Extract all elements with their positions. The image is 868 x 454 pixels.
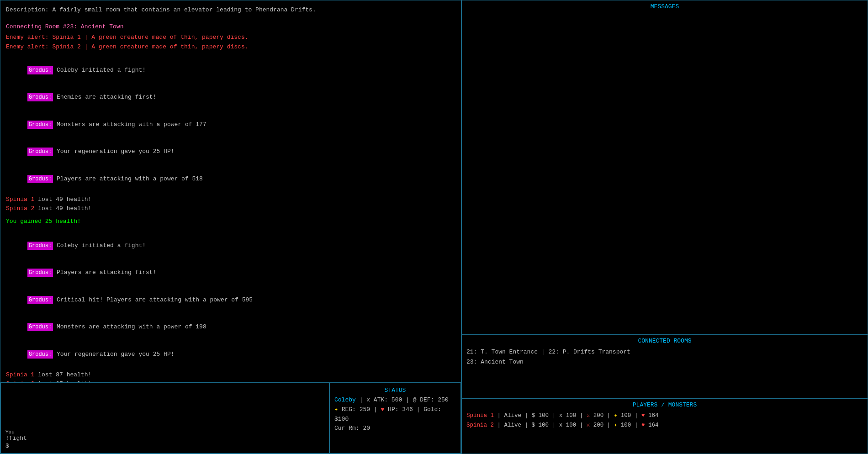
status-reg-value: 250 bbox=[360, 406, 370, 413]
combat2-line1: Grodus: Coleby initiated a fight! bbox=[6, 232, 455, 259]
monster-1-x: 100 bbox=[566, 412, 577, 419]
status-hp-value: 346 bbox=[402, 406, 413, 413]
combat2-line3: Grodus: Critical hit! Players are attack… bbox=[6, 286, 455, 313]
monster-2-sep6: | bbox=[635, 422, 641, 428]
sword-icon-2: ⚔ bbox=[587, 422, 590, 428]
star-icon: ✦ bbox=[334, 406, 338, 413]
health-lost-2a: Spinia 1 lost 87 health! bbox=[6, 370, 455, 380]
status-hp-label: HP: bbox=[388, 406, 402, 413]
combat1-line3: Grodus: Monsters are attacking with a po… bbox=[6, 111, 455, 138]
grodus-badge: Grodus: bbox=[27, 121, 53, 129]
monster-1-sep3: | x bbox=[552, 412, 566, 419]
status-gold-separator: | Gold: bbox=[417, 406, 442, 413]
monster-2-sep3: | x bbox=[552, 422, 566, 428]
connected-room-1: 21: T. Town Entrance | 22: P. Drifts Tra… bbox=[466, 347, 863, 357]
monster-2-sep1: | bbox=[498, 422, 504, 428]
status-hp-separator: | bbox=[374, 406, 381, 413]
monster-1-name: Spinia 1 bbox=[466, 412, 494, 419]
heart-icon: ♥ bbox=[381, 406, 384, 413]
monster-1-atk-val: 200 bbox=[593, 412, 604, 419]
monster-row-1: Spinia 1 | Alive | $ 100 | x 100 | ⚔ 200… bbox=[466, 411, 863, 421]
monster-2-gold-val: 100 bbox=[539, 422, 549, 428]
monster-2-sep5: | bbox=[607, 422, 614, 428]
command-input[interactable] bbox=[13, 443, 287, 449]
connected-room-2: 23: Ancient Town bbox=[466, 357, 863, 367]
combat1-line5: Grodus: Players are attacking with a pow… bbox=[6, 165, 455, 192]
players-monsters-title: PLAYERS / MONSTERS bbox=[466, 401, 863, 408]
monster-1-status: Alive bbox=[504, 412, 522, 419]
status-separator: | x ATK: bbox=[360, 396, 392, 403]
health-lost-2b: Spinia 2 lost 87 health! bbox=[6, 380, 455, 383]
status-name-line: Coleby | x ATK: 500 | @ DEF: 250 bbox=[334, 396, 456, 405]
grodus-badge: Grodus: bbox=[27, 148, 53, 156]
combat2-line2: Grodus: Players are attacking first! bbox=[6, 259, 455, 286]
heart-icon-m1: ♥ bbox=[641, 412, 645, 419]
star-icon-m1: ✦ bbox=[614, 412, 618, 419]
monster-2-sep4: | bbox=[580, 422, 587, 428]
monster-row-2: Spinia 2 | Alive | $ 100 | x 100 | ⚔ 200… bbox=[466, 421, 863, 430]
monster-1-sep2: | $ bbox=[525, 412, 535, 419]
star-icon-m2: ✦ bbox=[614, 422, 618, 428]
monster-2-hp-val: 164 bbox=[648, 422, 659, 428]
monster-1-gold-val: 100 bbox=[539, 412, 549, 419]
status-gold-value: $100 bbox=[334, 416, 349, 422]
sword-icon-1: ⚔ bbox=[587, 412, 590, 419]
status-def-value: 250 bbox=[438, 396, 448, 403]
status-character-name: Coleby bbox=[334, 396, 356, 403]
health-lost-1b: Spinia 2 lost 49 health! bbox=[6, 204, 455, 213]
status-atk-value: 500 bbox=[392, 396, 402, 403]
combat1-line2: Grodus: Enemies are attacking first! bbox=[6, 84, 455, 111]
right-panel: MESSAGES CONNECTED ROOMS 21: T. Town Ent… bbox=[461, 0, 868, 454]
health-lost-1a: Spinia 1 lost 49 health! bbox=[6, 195, 455, 204]
monster-2-atk-val: 200 bbox=[593, 422, 604, 428]
grodus-badge: Grodus: bbox=[27, 350, 53, 359]
status-def-label: | @ DEF: bbox=[406, 396, 438, 403]
status-cur-rm-label: Cur Rm: bbox=[334, 425, 363, 432]
monster-1-hp-val: 164 bbox=[648, 412, 659, 419]
combat1-line4: Grodus: Your regeneration gave you 25 HP… bbox=[6, 138, 455, 165]
players-monsters-section: PLAYERS / MONSTERS Spinia 1 | Alive | $ … bbox=[462, 399, 868, 454]
enemy-alert-1: Enemy alert: Spinia 1 | A green creature… bbox=[6, 33, 455, 42]
connected-rooms-section: CONNECTED ROOMS 21: T. Town Entrance | 2… bbox=[462, 335, 868, 399]
previous-command: !fight bbox=[5, 435, 324, 442]
status-panel: STATUS Coleby | x ATK: 500 | @ DEF: 250 … bbox=[329, 383, 461, 454]
monster-2-sep2: | $ bbox=[525, 422, 535, 428]
connecting-room-line: Connecting Room #23: Ancient Town bbox=[6, 22, 455, 32]
heart-icon-m2: ♥ bbox=[641, 422, 645, 428]
messages-section: MESSAGES bbox=[462, 0, 868, 335]
monster-1-sep1: | bbox=[498, 412, 504, 419]
grodus-badge: Grodus: bbox=[27, 296, 53, 304]
input-panel: You !fight $ bbox=[0, 383, 329, 454]
monster-1-sep4: | bbox=[580, 412, 587, 419]
monster-2-x: 100 bbox=[566, 422, 577, 428]
status-title: STATUS bbox=[334, 387, 456, 394]
left-panel: Description: A fairly small room that co… bbox=[0, 0, 461, 454]
connected-rooms-title: CONNECTED ROOMS bbox=[466, 338, 863, 344]
status-reg-label: REG: bbox=[342, 406, 360, 413]
prompt-symbol: $ bbox=[5, 443, 9, 449]
monster-2-reg: 100 bbox=[621, 422, 631, 428]
you-label: You bbox=[5, 429, 324, 435]
combat2-line4: Grodus: Monsters are attacking with a po… bbox=[6, 314, 455, 341]
main-log: Description: A fairly small room that co… bbox=[0, 0, 461, 383]
monster-2-name: Spinia 2 bbox=[466, 422, 494, 428]
combat2-line5: Grodus: Your regeneration gave you 25 HP… bbox=[6, 341, 455, 368]
status-cur-rm-value: 20 bbox=[363, 425, 370, 432]
description-line: Description: A fairly small room that co… bbox=[6, 5, 455, 15]
grodus-badge: Grodus: bbox=[27, 323, 53, 331]
grodus-badge: Grodus: bbox=[27, 242, 53, 250]
combat1-line1: Grodus: Coleby initiated a fight! bbox=[6, 57, 455, 84]
health-gained-1: You gained 25 health! bbox=[6, 217, 455, 226]
bottom-row: You !fight $ STATUS Coleby | x ATK: 500 … bbox=[0, 383, 461, 454]
prompt-line: $ bbox=[5, 443, 324, 449]
grodus-badge: Grodus: bbox=[27, 269, 53, 277]
grodus-badge: Grodus: bbox=[27, 93, 53, 101]
monster-1-sep6: | bbox=[635, 412, 641, 419]
grodus-badge: Grodus: bbox=[27, 175, 53, 183]
enemy-alert-2: Enemy alert: Spinia 2 | A green creature… bbox=[6, 42, 455, 52]
monster-1-reg: 100 bbox=[621, 412, 631, 419]
monster-2-status: Alive bbox=[504, 422, 522, 428]
monster-1-sep5: | bbox=[607, 412, 614, 419]
status-rm-line: Cur Rm: 20 bbox=[334, 424, 456, 433]
messages-title: MESSAGES bbox=[466, 3, 863, 10]
